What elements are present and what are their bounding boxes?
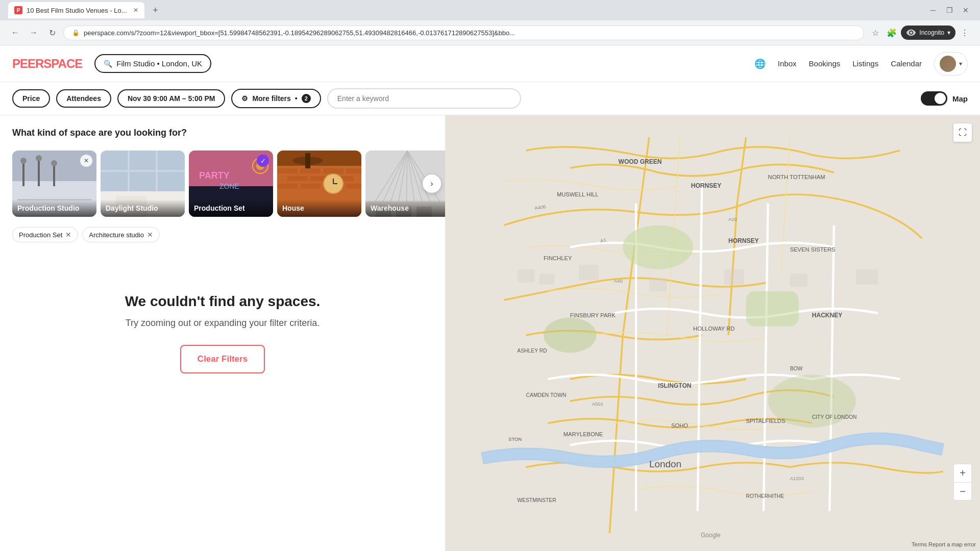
globe-icon[interactable]: 🌐 (754, 58, 766, 69)
svg-text:NORTH TOTTENHAM: NORTH TOTTENHAM (768, 174, 825, 180)
svg-rect-24 (277, 168, 298, 173)
new-tab-btn[interactable]: + (149, 3, 163, 17)
card-label-house: House (282, 204, 304, 212)
svg-text:BOW: BOW (790, 366, 803, 371)
bookmark-icon[interactable]: ☆ (868, 26, 883, 40)
card-label-warehouse: Warehouse (371, 204, 409, 212)
svg-text:HACKNEY: HACKNEY (812, 312, 843, 319)
svg-text:Google: Google (701, 532, 721, 539)
card-label-daylight-studio: Daylight Studio (106, 204, 158, 212)
svg-rect-28 (287, 176, 308, 181)
svg-text:HORNSEY: HORNSEY (691, 182, 722, 189)
menu-icon[interactable]: ⋮ (958, 26, 972, 40)
attendees-filter-btn[interactable]: Attendees (56, 89, 111, 108)
svg-text:ROTHERHITHE: ROTHERHITHE (746, 493, 785, 499)
left-panel: What kind of space are you looking for? (0, 115, 445, 551)
card-remove-icon[interactable]: ✕ (80, 155, 92, 167)
toggle-knob (935, 93, 946, 104)
map-zoom-out-btn[interactable]: − (953, 482, 972, 500)
no-results-title: We couldn't find any spaces. (125, 293, 321, 310)
space-question-text: What kind of space are you looking for? (12, 128, 433, 138)
browser-chrome: P 10 Best Film Studio Venues - Lo... ✕ +… (0, 0, 980, 45)
cards-next-btn[interactable]: › (423, 174, 441, 193)
filter-icon-sep: • (295, 94, 298, 103)
nav-inbox[interactable]: Inbox (778, 59, 797, 68)
svg-point-7 (51, 160, 57, 166)
map-svg: WOOD GREEN MUSWELL HILL HORNSEY NORTH TO… (445, 115, 980, 551)
filter-bar: Price Attendees Nov 30 9:00 AM – 5:00 PM… (0, 82, 980, 115)
svg-text:A1203: A1203 (790, 475, 804, 481)
svg-text:ISLINGTON: ISLINGTON (658, 382, 691, 389)
extensions-icon[interactable]: 🧩 (885, 26, 899, 40)
space-card-daylight-studio[interactable]: Daylight Studio (101, 151, 185, 217)
header-nav: 🌐 Inbox Bookings Listings Calendar ▾ (754, 52, 968, 76)
svg-text:London: London (649, 459, 681, 469)
filter-tag-remove-architecture-studio[interactable]: ✕ (147, 231, 153, 239)
restore-btn[interactable]: ❐ (943, 4, 955, 16)
map-panel: WOOD GREEN MUSWELL HILL HORNSEY NORTH TO… (445, 115, 980, 551)
map-toggle-label: Map (952, 94, 968, 103)
svg-rect-25 (300, 168, 321, 173)
no-results-subtitle: Try zooming out or expanding your filter… (126, 318, 320, 329)
tab-close-btn[interactable]: ✕ (133, 7, 138, 14)
svg-rect-40 (305, 153, 310, 168)
space-card-house[interactable]: House (277, 151, 361, 217)
site-logo[interactable]: PEERSPACE (12, 57, 82, 71)
filter-tag-label-architecture-studio: Architecture studio (89, 231, 144, 239)
reload-btn[interactable]: ↻ (45, 26, 59, 40)
browser-addressbar: ← → ↻ 🔒 peerspace.com/s/?zoom=12&viewpor… (0, 20, 980, 45)
svg-rect-2 (22, 161, 24, 186)
date-filter-btn[interactable]: Nov 30 9:00 AM – 5:00 PM (117, 89, 225, 108)
active-filters: Production Set ✕ Architecture studio ✕ (12, 227, 433, 242)
forward-btn[interactable]: → (27, 26, 41, 40)
map-fullscreen-btn[interactable]: ⛶ (953, 123, 972, 142)
browser-titlebar: P 10 Best Film Studio Venues - Lo... ✕ +… (0, 0, 980, 20)
incognito-icon (906, 28, 916, 38)
filter-tag-production-set[interactable]: Production Set ✕ (12, 227, 78, 242)
nav-calendar[interactable]: Calendar (891, 59, 922, 68)
page: PEERSPACE 🔍 Film Studio • London, UK 🌐 I… (0, 45, 980, 551)
card-overlay: Production Studio (12, 199, 96, 217)
main-search-bar[interactable]: 🔍 Film Studio • London, UK (94, 54, 211, 73)
keyword-input[interactable] (327, 88, 521, 109)
space-card-production-set[interactable]: PARTY ZONE ✓ Production Set (189, 151, 273, 217)
svg-rect-31 (277, 184, 298, 189)
no-results-section: We couldn't find any spaces. Try zooming… (12, 253, 433, 414)
clear-filters-btn[interactable]: Clear Filters (180, 345, 265, 373)
avatar-area[interactable]: ▾ (934, 52, 968, 76)
space-cards: ✕ Production Studio (12, 151, 433, 217)
map-toggle-area: Map (921, 91, 968, 106)
svg-rect-32 (300, 184, 321, 189)
address-text: peerspace.com/s/?zoom=12&viewport_bbox=[… (84, 29, 855, 37)
address-bar[interactable]: 🔒 peerspace.com/s/?zoom=12&viewport_bbox… (63, 26, 864, 40)
nav-bookings[interactable]: Bookings (809, 59, 841, 68)
map-toggle-switch[interactable] (921, 91, 947, 106)
map-background[interactable]: WOOD GREEN MUSWELL HILL HORNSEY NORTH TO… (445, 115, 980, 551)
filters-icon: ⚙ (241, 94, 248, 103)
svg-text:A10: A10 (728, 216, 737, 222)
browser-tab[interactable]: P 10 Best Film Studio Venues - Lo... ✕ (8, 2, 144, 18)
svg-rect-93 (790, 273, 807, 287)
map-zoom-in-btn[interactable]: + (953, 464, 972, 482)
price-filter-btn[interactable]: Price (12, 89, 50, 108)
svg-text:WESTMINSTER: WESTMINSTER (517, 497, 556, 503)
card-label-production-studio: Production Studio (17, 204, 79, 212)
svg-text:PARTY: PARTY (199, 170, 230, 181)
svg-rect-26 (323, 168, 344, 173)
svg-text:ASHLEY RD: ASHLEY RD (517, 348, 547, 354)
nav-listings[interactable]: Listings (852, 59, 878, 68)
filter-tag-architecture-studio[interactable]: Architecture studio ✕ (82, 227, 160, 242)
tab-favicon: P (14, 6, 22, 14)
back-btn[interactable]: ← (8, 26, 22, 40)
map-google-label: Google (700, 530, 725, 541)
more-filters-btn[interactable]: ⚙ More filters • 2 (231, 89, 321, 108)
filter-tag-remove-production-set[interactable]: ✕ (65, 231, 71, 239)
site-header: PEERSPACE 🔍 Film Studio • London, UK 🌐 I… (0, 45, 980, 82)
minimize-btn[interactable]: ─ (927, 4, 939, 16)
svg-rect-91 (649, 278, 667, 291)
svg-text:HORNSEY: HORNSEY (728, 237, 759, 244)
incognito-badge[interactable]: Incognito ▾ (901, 26, 955, 40)
svg-rect-90 (579, 265, 599, 280)
space-card-production-studio[interactable]: ✕ Production Studio (12, 151, 96, 217)
close-btn[interactable]: ✕ (960, 4, 972, 16)
